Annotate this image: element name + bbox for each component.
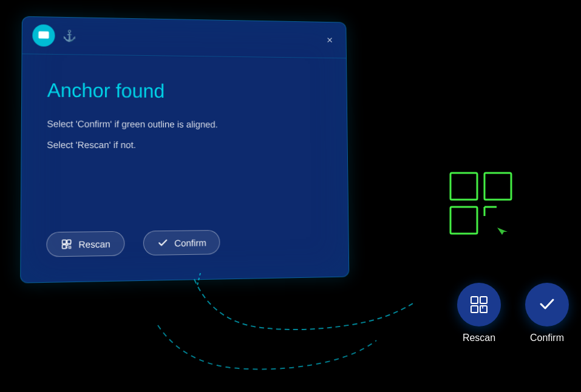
svg-rect-2: [44, 33, 47, 35]
svg-rect-5: [63, 245, 66, 248]
svg-rect-1: [41, 33, 43, 35]
svg-rect-3: [63, 240, 66, 244]
anchor-found-dialog: ⚓ × Anchor found Select 'Confirm' if gre…: [20, 16, 349, 283]
anchor-outline-svg: [447, 170, 514, 243]
anchor-visual-grid: [447, 170, 514, 243]
dialog-title-bar: ⚓ ×: [22, 17, 346, 59]
confirm-checkmark-icon: [157, 237, 168, 248]
dialog-instruction-1: Select 'Confirm' if green outline is ali…: [47, 117, 324, 132]
confirm-button[interactable]: Confirm: [143, 230, 220, 255]
rescan-label: Rescan: [78, 238, 110, 249]
ar-confirm-checkmark-icon: [537, 295, 557, 314]
ar-screen-icon: [38, 29, 50, 41]
dialog-content: Anchor found Select 'Confirm' if green o…: [21, 54, 347, 177]
confirm-label: Confirm: [174, 237, 206, 248]
anchor-icon: ⚓: [63, 29, 76, 42]
dialog-button-group: Rescan Confirm: [46, 230, 220, 257]
bottom-arc-svg: [134, 319, 389, 374]
ar-rescan-label: Rescan: [463, 333, 495, 343]
svg-rect-8: [484, 173, 511, 200]
dialog-icon-button[interactable]: [32, 24, 55, 47]
ar-confirm-button[interactable]: [525, 283, 569, 326]
ar-confirm-label: Confirm: [530, 333, 564, 343]
ar-rescan-icon: [469, 295, 489, 314]
svg-rect-10: [471, 297, 478, 303]
svg-rect-12: [471, 306, 478, 313]
connection-arc: [182, 273, 425, 334]
ar-confirm-group: Confirm: [525, 283, 569, 343]
svg-rect-0: [38, 32, 49, 39]
ar-rescan-button[interactable]: [457, 283, 501, 326]
svg-rect-13: [480, 306, 487, 313]
dialog-heading: Anchor found: [47, 79, 324, 103]
svg-rect-7: [450, 173, 477, 200]
rescan-button[interactable]: Rescan: [46, 231, 124, 257]
ar-rescan-group: Rescan: [457, 283, 501, 343]
svg-rect-9: [450, 207, 477, 234]
svg-rect-11: [480, 297, 487, 303]
ar-button-group: Rescan Confirm: [457, 283, 569, 343]
rescan-icon: [61, 238, 72, 250]
close-button[interactable]: ×: [322, 32, 338, 48]
svg-rect-4: [67, 240, 70, 243]
dialog-instruction-2: Select 'Rescan' if not.: [47, 138, 324, 152]
